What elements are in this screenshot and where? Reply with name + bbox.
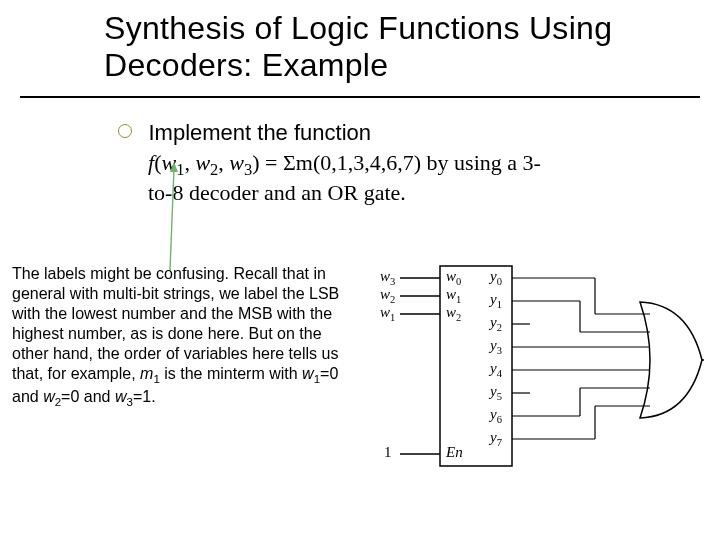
note-w1: w: [302, 365, 314, 382]
slide: Synthesis of Logic Functions Using Decod…: [0, 0, 720, 540]
in-w1: w1: [380, 304, 395, 323]
note-and2: and: [79, 388, 115, 405]
enable-label: En: [446, 444, 463, 461]
in-w2: w2: [380, 286, 395, 305]
eq: =: [265, 150, 277, 175]
note-w3: w: [115, 388, 127, 405]
note-text-2: is the minterm with: [160, 365, 302, 382]
out-y7: y7: [490, 429, 502, 448]
arg-w2-sub: 2: [210, 160, 218, 179]
tail-b: to-8 decoder and an OR gate.: [148, 180, 406, 205]
arg-w1-sub: 1: [176, 160, 184, 179]
out-y6: y6: [490, 406, 502, 425]
note-m1: m: [140, 365, 153, 382]
formula-line: f(w1, w2, w3) = Σm(0,1,3,4,6,7) by using…: [148, 150, 708, 206]
out-y0: y0: [490, 268, 502, 287]
slide-title: Synthesis of Logic Functions Using Decod…: [104, 10, 684, 84]
arg-w3-sub: 3: [244, 160, 252, 179]
note-w3-eq: =1: [133, 388, 151, 405]
dec-in-w1: w1: [446, 286, 461, 305]
out-y1: y1: [490, 291, 502, 310]
tail-a: by using a 3-: [421, 150, 541, 175]
decoder-diagram: w3 w2 w1 1 w0 w1 w2 En y0 y1 y2 y3 y4 y5…: [370, 260, 704, 490]
sigma: Σm: [283, 150, 313, 175]
note-w2: w: [43, 388, 55, 405]
out-y2: y2: [490, 314, 502, 333]
note-paragraph: The labels might be confusing. Recall th…: [12, 264, 348, 409]
arg-w2: w: [195, 150, 210, 175]
bullet-icon: [118, 124, 132, 138]
fn-name: f: [148, 150, 154, 175]
arg-w1: w: [161, 150, 176, 175]
note-and1: and: [12, 388, 43, 405]
out-y4: y4: [490, 360, 502, 379]
arg-w3: w: [229, 150, 244, 175]
out-y3: y3: [490, 337, 502, 356]
note-w2-eq: =0: [61, 388, 79, 405]
bullet-lead: Implement the function: [148, 120, 371, 145]
note-w1-eq: =0: [320, 365, 338, 382]
dec-in-w0: w0: [446, 268, 461, 287]
bullet-row: Implement the function: [118, 120, 694, 146]
enable-one: 1: [384, 444, 392, 461]
title-rule: [20, 96, 700, 98]
out-y5: y5: [490, 383, 502, 402]
minterms: (0,1,3,4,6,7): [313, 150, 421, 175]
in-w3: w3: [380, 268, 395, 287]
dec-in-w2: w2: [446, 304, 461, 323]
note-period: .: [151, 388, 155, 405]
